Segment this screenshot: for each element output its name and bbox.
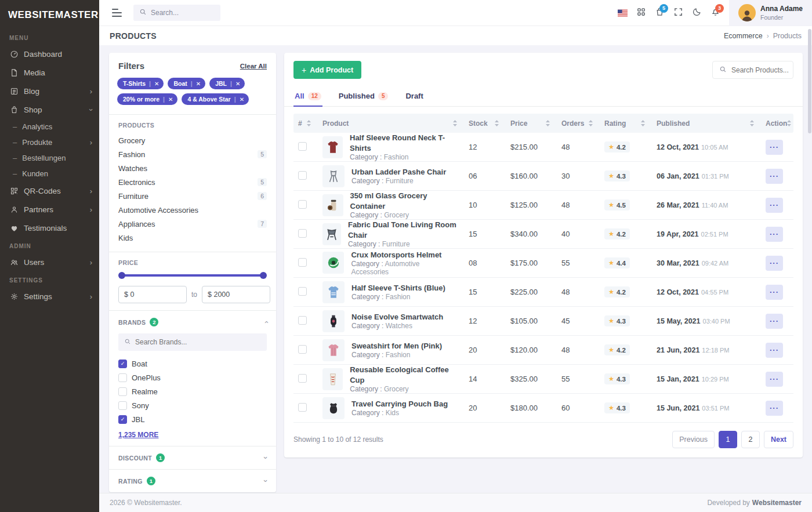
brand-option-sony[interactable]: Sony <box>118 398 267 412</box>
page-button-2[interactable]: 2 <box>741 431 760 448</box>
remove-chip-icon[interactable]: ✕ <box>240 96 244 103</box>
column-header-published[interactable]: Published <box>652 119 761 128</box>
product-name-link[interactable]: Half Sleeve T-Shirts (Blue) <box>351 283 445 293</box>
breadcrumb-item[interactable]: Ecommerce <box>724 32 763 40</box>
next-page-button[interactable]: Next <box>764 431 793 448</box>
product-name-link[interactable]: Urban Ladder Pashe Chair <box>351 167 446 177</box>
sidebar-item-qr-codes[interactable]: QR-Codes › <box>0 181 99 200</box>
sidebar-item-shop[interactable]: Shop › <box>0 100 99 119</box>
row-actions-button[interactable]: ··· <box>766 256 783 271</box>
fullscreen-button[interactable] <box>669 0 687 26</box>
product-name-link[interactable]: 350 ml Glass Grocery Container <box>350 191 457 211</box>
sidebar-item-partners[interactable]: Partners › <box>0 200 99 219</box>
product-name-link[interactable]: Travel Carrying Pouch Bag <box>351 399 448 409</box>
row-checkbox[interactable] <box>298 374 307 383</box>
tab-published[interactable]: Published5 <box>338 87 390 106</box>
apps-grid-button[interactable] <box>632 0 650 26</box>
sidebar-subitem-bestellungen[interactable]: – Bestellungen <box>0 150 99 166</box>
row-checkbox[interactable] <box>298 287 307 296</box>
product-name-link[interactable]: Half Sleeve Round Neck T-Shirts <box>350 133 457 153</box>
row-checkbox[interactable] <box>298 258 307 267</box>
checkbox[interactable] <box>118 387 127 396</box>
brand-option-boat[interactable]: ✓Boat <box>118 357 267 371</box>
row-actions-button[interactable]: ··· <box>766 401 783 416</box>
remove-chip-icon[interactable]: ✕ <box>235 81 240 87</box>
brand-option-oneplus[interactable]: OnePlus <box>118 371 267 384</box>
row-checkbox[interactable] <box>298 142 307 151</box>
remove-chip-icon[interactable]: ✕ <box>196 81 201 87</box>
checkbox[interactable]: ✓ <box>118 360 127 368</box>
sidebar-subitem-produkte[interactable]: – Produkte › <box>0 135 99 150</box>
language-flag-button[interactable] <box>613 0 632 26</box>
column-header-stock[interactable]: Stock <box>464 119 506 128</box>
category-item-watches[interactable]: Watches <box>118 161 267 175</box>
user-profile-menu[interactable]: Anna Adame Founder <box>729 0 812 26</box>
product-name-link[interactable]: Fabric Dual Tone Living Room Chair <box>348 220 457 240</box>
row-checkbox[interactable] <box>298 316 307 325</box>
sidebar-subitem-analytics[interactable]: – Analytics <box>0 119 99 135</box>
row-checkbox[interactable] <box>298 403 307 412</box>
row-actions-button[interactable]: ··· <box>766 140 783 155</box>
hamburger-menu-button[interactable] <box>110 6 124 19</box>
checkbox[interactable] <box>118 373 127 382</box>
product-name-link[interactable]: Sweatshirt for Men (Pink) <box>351 341 442 351</box>
brand-search-input[interactable] <box>135 338 261 346</box>
sidebar-item-settings[interactable]: Settings › <box>0 287 99 306</box>
sidebar-subitem-kunden[interactable]: – Kunden <box>0 166 99 181</box>
app-logo[interactable]: WEBSITEMASTER <box>0 0 99 29</box>
more-brands-link[interactable]: 1,235 MORE <box>118 431 158 439</box>
column-header-price[interactable]: Price <box>506 119 557 128</box>
brand-option-realme[interactable]: Realme <box>118 384 267 398</box>
sidebar-item-users[interactable]: Users › <box>0 253 99 271</box>
product-name-link[interactable]: Reusable Ecological Coffee Cup <box>350 365 457 385</box>
row-checkbox[interactable] <box>298 345 307 354</box>
product-search-input[interactable] <box>731 66 789 74</box>
sidebar-item-media[interactable]: Media <box>0 63 99 82</box>
dark-mode-button[interactable] <box>687 0 706 26</box>
category-item-furniture[interactable]: Furniture6 <box>118 189 267 203</box>
row-checkbox[interactable] <box>298 171 307 180</box>
price-min-input[interactable] <box>118 286 187 303</box>
brands-accordion-header[interactable]: BRANDS 2 › <box>118 318 267 326</box>
global-search-input[interactable] <box>151 9 215 17</box>
tab-draft[interactable]: Draft <box>404 87 424 106</box>
add-product-button[interactable]: + Add Product <box>293 61 361 79</box>
sidebar-item-blog[interactable]: Blog › <box>0 82 99 100</box>
row-checkbox[interactable] <box>298 229 307 238</box>
column-header-action[interactable]: Action <box>761 119 793 128</box>
price-slider-min-handle[interactable] <box>118 272 125 279</box>
category-item-fashion[interactable]: Fashion5 <box>118 147 267 161</box>
category-item-electronics[interactable]: Electronics5 <box>118 175 267 189</box>
notifications-button[interactable]: 3 <box>706 0 724 26</box>
row-actions-button[interactable]: ··· <box>766 227 783 242</box>
product-name-link[interactable]: Noise Evolve Smartwatch <box>351 312 443 322</box>
row-actions-button[interactable]: ··· <box>766 314 783 329</box>
row-actions-button[interactable]: ··· <box>766 343 783 358</box>
discount-accordion-header[interactable]: DISCOUNT 1 › <box>118 453 267 462</box>
brand-option-jbl[interactable]: ✓JBL <box>118 412 267 426</box>
price-max-input[interactable] <box>202 286 270 303</box>
tab-all[interactable]: All12 <box>293 87 322 106</box>
category-item-appliances[interactable]: Appliances7 <box>118 217 267 231</box>
checkbox[interactable] <box>118 401 127 410</box>
page-button-1[interactable]: 1 <box>719 431 737 448</box>
remove-chip-icon[interactable]: ✕ <box>154 81 159 87</box>
rating-accordion-header[interactable]: RATING 1 › <box>118 477 267 485</box>
column-header-num[interactable]: # <box>293 119 318 128</box>
scrollbar[interactable] <box>808 29 811 133</box>
category-item-kids[interactable]: Kids <box>118 231 267 245</box>
price-slider-max-handle[interactable] <box>260 272 267 279</box>
remove-chip-icon[interactable]: ✕ <box>168 96 173 103</box>
row-actions-button[interactable]: ··· <box>766 372 783 387</box>
row-actions-button[interactable]: ··· <box>766 198 783 213</box>
previous-page-button[interactable]: Previous <box>672 431 715 448</box>
cart-button[interactable]: 5 <box>650 0 669 26</box>
sidebar-item-testimonials[interactable]: Testimonials <box>0 219 99 237</box>
category-item-grocery[interactable]: Grocery <box>118 133 267 147</box>
row-checkbox[interactable] <box>298 200 307 209</box>
column-header-rating[interactable]: Rating <box>600 119 652 128</box>
column-header-orders[interactable]: Orders <box>557 119 600 128</box>
checkbox[interactable]: ✓ <box>118 415 127 424</box>
row-actions-button[interactable]: ··· <box>766 285 783 300</box>
product-name-link[interactable]: Crux Motorsports Helmet <box>351 250 457 260</box>
